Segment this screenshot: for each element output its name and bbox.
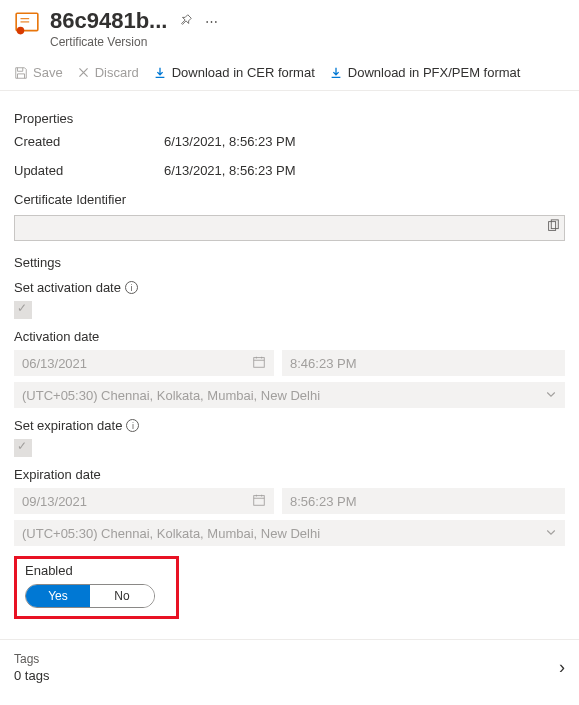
calendar-icon (252, 355, 266, 372)
more-button[interactable]: ⋯ (205, 14, 218, 29)
page-header: 86c9481b... ⋯ Certificate Version (0, 0, 579, 59)
activation-time-input[interactable]: 8:46:23 PM (282, 350, 565, 376)
set-activation-label: Set activation date i (14, 280, 565, 295)
download-icon (329, 66, 343, 80)
page-title: 86c9481b... (50, 8, 167, 34)
created-row: Created 6/13/2021, 8:56:23 PM (14, 134, 565, 149)
copy-icon[interactable] (546, 219, 560, 236)
chevron-right-icon: › (559, 657, 565, 678)
save-button[interactable]: Save (14, 65, 63, 80)
updated-row: Updated 6/13/2021, 8:56:23 PM (14, 163, 565, 178)
expiration-date-input[interactable]: 09/13/2021 (14, 488, 274, 514)
updated-value: 6/13/2021, 8:56:23 PM (164, 163, 296, 178)
activation-checkbox (14, 301, 32, 319)
created-label: Created (14, 134, 164, 149)
calendar-icon (252, 493, 266, 510)
enabled-label: Enabled (25, 563, 168, 578)
certificate-icon (14, 10, 40, 36)
toggle-no[interactable]: No (90, 585, 154, 607)
enabled-toggle[interactable]: Yes No (25, 584, 155, 608)
created-value: 6/13/2021, 8:56:23 PM (164, 134, 296, 149)
svg-rect-6 (254, 357, 265, 367)
tags-row[interactable]: Tags 0 tags › (0, 640, 579, 697)
download-pfx-button[interactable]: Download in PFX/PEM format (329, 65, 521, 80)
toggle-yes[interactable]: Yes (26, 585, 90, 607)
info-icon[interactable]: i (126, 419, 139, 432)
set-expiration-label: Set expiration date i (14, 418, 565, 433)
chevron-down-icon (545, 526, 557, 541)
expiration-time-input[interactable]: 8:56:23 PM (282, 488, 565, 514)
updated-label: Updated (14, 163, 164, 178)
settings-heading: Settings (14, 255, 565, 270)
tags-value: 0 tags (14, 668, 49, 683)
activation-timezone-select[interactable]: (UTC+05:30) Chennai, Kolkata, Mumbai, Ne… (14, 382, 565, 408)
expiration-timezone-select[interactable]: (UTC+05:30) Chennai, Kolkata, Mumbai, Ne… (14, 520, 565, 546)
download-cer-button[interactable]: Download in CER format (153, 65, 315, 80)
svg-rect-10 (254, 495, 265, 505)
identifier-label: Certificate Identifier (14, 192, 565, 207)
chevron-down-icon (545, 388, 557, 403)
expiration-checkbox (14, 439, 32, 457)
discard-button[interactable]: Discard (77, 65, 139, 80)
pin-button[interactable] (179, 13, 193, 30)
properties-heading: Properties (14, 111, 565, 126)
command-bar: Save Discard Download in CER format Down… (0, 59, 579, 91)
expiration-date-label: Expiration date (14, 467, 565, 482)
activation-date-input[interactable]: 06/13/2021 (14, 350, 274, 376)
info-icon[interactable]: i (125, 281, 138, 294)
download-icon (153, 66, 167, 80)
tags-label: Tags (14, 652, 49, 666)
activation-date-label: Activation date (14, 329, 565, 344)
save-icon (14, 66, 28, 80)
discard-icon (77, 66, 90, 79)
enabled-highlight: Enabled Yes No (14, 556, 179, 619)
identifier-field[interactable] (14, 215, 565, 241)
page-subtitle: Certificate Version (50, 35, 565, 49)
